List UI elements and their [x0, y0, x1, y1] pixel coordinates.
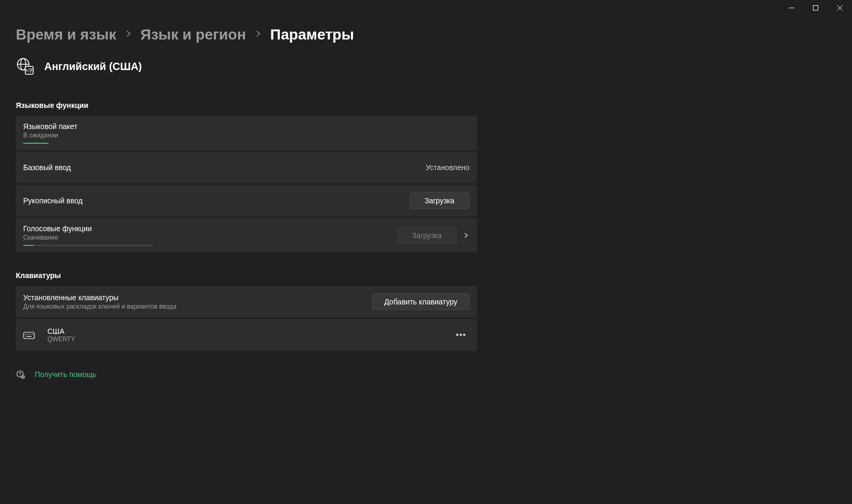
progress-bar: [23, 143, 48, 144]
installed-keyboards-row: Установленные клавиатуры Для языковых ра…: [16, 286, 477, 318]
chevron-right-icon: [126, 30, 131, 39]
more-options-button[interactable]: •••: [453, 327, 469, 343]
feature-status: Установлено: [426, 163, 469, 172]
svg-text:A字: A字: [25, 68, 33, 73]
feature-handwriting: Рукописный ввод Загрузка: [16, 185, 477, 216]
language-header: A字 Английский (США): [16, 57, 836, 76]
progress-bar: [23, 245, 153, 246]
feature-basic-input: Базовый ввод Установлено: [16, 152, 477, 183]
feature-status: В ожидании: [23, 132, 77, 139]
feature-voice[interactable]: Голосовые функции Скачивание Загрузка: [16, 218, 477, 252]
language-title: Английский (США): [44, 61, 142, 73]
window-titlebar: [779, 0, 852, 16]
breadcrumb-language-region[interactable]: Язык и регион: [141, 26, 246, 43]
feature-label: Голосовые функции: [23, 224, 153, 233]
help-icon: [16, 370, 25, 379]
feature-label: Базовый ввод: [23, 163, 71, 172]
section-title-keyboards: Клавиатуры: [16, 271, 836, 280]
breadcrumb-time-language[interactable]: Время и язык: [16, 26, 116, 43]
keyboard-item: США QWERTY •••: [16, 319, 477, 351]
close-button[interactable]: [828, 0, 852, 16]
svg-rect-1: [814, 6, 818, 11]
chevron-right-icon[interactable]: [462, 232, 469, 239]
installed-keyboards-label: Установленные клавиатуры: [23, 293, 177, 302]
breadcrumb: Время и язык Язык и регион Параметры: [16, 26, 836, 43]
add-keyboard-button[interactable]: Добавить клавиатуру: [372, 293, 469, 310]
breadcrumb-current: Параметры: [270, 26, 354, 43]
installed-keyboards-sub: Для языковых раскладок ключей и варианто…: [23, 303, 177, 310]
download-button-disabled: Загрузка: [397, 227, 457, 244]
chevron-right-icon: [256, 30, 261, 39]
feature-status: Скачивание: [23, 234, 153, 241]
help-row: Получить помощь: [16, 370, 836, 379]
keyboard-icon: [23, 329, 35, 341]
feature-label: Языковой пакет: [23, 122, 77, 131]
get-help-link[interactable]: Получить помощь: [35, 370, 96, 379]
minimize-button[interactable]: [779, 0, 804, 16]
keyboard-layout: QWERTY: [47, 335, 75, 343]
svg-rect-9: [24, 332, 34, 339]
maximize-button[interactable]: [804, 0, 828, 16]
keyboard-name: США: [47, 327, 75, 335]
feature-language-pack: Языковой пакет В ожидании: [16, 116, 477, 150]
download-button[interactable]: Загрузка: [409, 192, 469, 209]
section-title-features: Языковые функции: [16, 101, 836, 110]
feature-label: Рукописный ввод: [23, 196, 83, 205]
globe-language-icon: A字: [16, 57, 35, 76]
svg-point-16: [20, 375, 21, 376]
